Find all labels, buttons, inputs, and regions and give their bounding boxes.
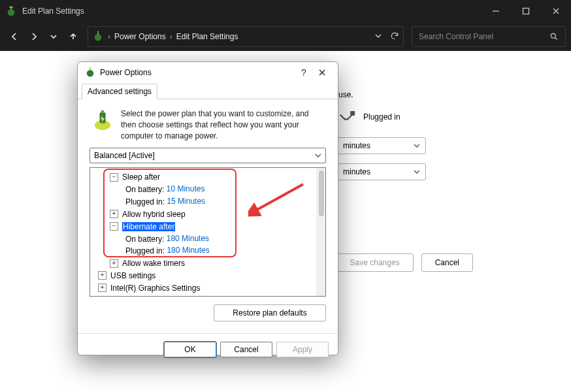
display-off-plugged-select[interactable]: minutes <box>337 137 426 154</box>
tree-node-usb-settings[interactable]: +USB settings <box>94 269 312 282</box>
expand-icon[interactable]: + <box>110 210 118 218</box>
svg-point-0 <box>8 9 15 16</box>
history-dropdown[interactable] <box>44 27 63 46</box>
power-plan-select[interactable]: Balanced [Active] <box>90 148 326 163</box>
tree-node-allow-wake-timers[interactable]: +Allow wake timers <box>94 257 312 269</box>
expand-icon[interactable]: + <box>110 259 118 268</box>
dialog-close-button[interactable] <box>313 63 331 82</box>
power-options-icon <box>5 5 17 17</box>
breadcrumb-leaf[interactable]: Edit Plan Settings <box>176 32 238 41</box>
search-placeholder: Search Control Panel <box>419 32 549 41</box>
refresh-button[interactable] <box>390 31 399 42</box>
dialog-tabs: Advanced settings <box>78 83 338 99</box>
titlebar: Edit Plan Settings <box>0 0 571 22</box>
help-button[interactable]: ? <box>295 63 313 82</box>
settings-tree: −Sleep after On battery: 10 Minutes Plug… <box>90 167 326 297</box>
up-button[interactable] <box>64 27 82 46</box>
svg-point-7 <box>87 70 94 77</box>
tree-node-graphics-settings[interactable]: +Intel(R) Graphics Settings <box>94 282 312 294</box>
svg-rect-8 <box>90 67 91 70</box>
expand-icon[interactable]: + <box>98 271 106 280</box>
expand-icon[interactable]: + <box>98 284 106 292</box>
minimize-button[interactable] <box>481 0 511 22</box>
plug-icon <box>338 110 357 123</box>
dialog-titlebar: Power Options ? <box>78 62 338 83</box>
restore-plan-defaults-button[interactable]: Restore plan defaults <box>214 304 326 321</box>
svg-rect-11 <box>101 110 105 114</box>
svg-rect-6 <box>350 111 355 116</box>
address-bar[interactable]: › Power Options › Edit Plan Settings <box>88 26 404 47</box>
cancel-button[interactable]: Cancel <box>421 253 473 272</box>
chevron-right-icon: › <box>108 32 110 41</box>
search-input[interactable]: Search Control Panel <box>412 26 566 47</box>
power-options-icon <box>84 66 96 80</box>
svg-point-3 <box>95 34 102 41</box>
tree-node-sleep-after[interactable]: −Sleep after <box>94 171 312 183</box>
tree-node-allow-hybrid-sleep[interactable]: +Allow hybrid sleep <box>94 208 312 220</box>
hint-tail: use. <box>338 90 353 99</box>
hibernate-after-label: Hibernate after <box>122 222 175 231</box>
combo-text: minutes <box>343 167 370 176</box>
expand-icon[interactable]: + <box>98 296 106 297</box>
close-button[interactable] <box>541 0 571 22</box>
maximize-button[interactable] <box>511 0 541 22</box>
tab-advanced-settings[interactable]: Advanced settings <box>82 84 157 99</box>
svg-rect-2 <box>523 8 529 14</box>
back-button[interactable] <box>5 27 24 46</box>
svg-rect-4 <box>97 31 99 34</box>
collapse-icon[interactable]: − <box>110 173 118 182</box>
scroll-thumb[interactable] <box>319 171 324 216</box>
forward-button[interactable] <box>25 27 43 46</box>
power-options-dialog: Power Options ? Advanced settings Select… <box>77 61 338 355</box>
svg-point-5 <box>551 33 555 38</box>
search-icon <box>549 32 559 41</box>
chevron-down-icon[interactable] <box>374 32 382 42</box>
sleep-on-battery-value[interactable]: 10 Minutes <box>167 184 205 193</box>
sleep-plugged-select[interactable]: minutes <box>337 163 426 180</box>
plugged-in-header: Plugged in <box>363 112 400 122</box>
dialog-title: Power Options <box>100 68 152 77</box>
combo-text: minutes <box>343 141 370 150</box>
dialog-apply-button[interactable]: Apply <box>276 342 329 357</box>
tree-leaf-hibernate-on-battery[interactable]: On battery: 180 Minutes <box>94 233 312 245</box>
tree-node-hibernate-after[interactable]: −Hibernate after <box>94 220 312 233</box>
battery-icon <box>91 108 114 141</box>
dialog-cancel-button[interactable]: Cancel <box>220 342 272 357</box>
app-window: Edit Plan Settings › Power Options › Edi… <box>0 0 571 392</box>
sleep-plugged-value[interactable]: 15 Minutes <box>167 197 205 206</box>
save-changes-button[interactable]: Save changes <box>336 253 414 272</box>
tree-leaf-sleep-on-battery[interactable]: On battery: 10 Minutes <box>94 183 312 195</box>
power-options-icon <box>92 30 104 44</box>
breadcrumb-root[interactable]: Power Options <box>114 32 166 41</box>
tree-leaf-sleep-plugged[interactable]: Plugged in: 15 Minutes <box>94 195 312 208</box>
navbar: › Power Options › Edit Plan Settings Sea… <box>0 22 571 51</box>
window-title: Edit Plan Settings <box>22 7 84 16</box>
tree-scrollbar[interactable] <box>316 168 325 296</box>
power-plan-value: Balanced [Active] <box>94 151 155 160</box>
chevron-right-icon: › <box>170 32 172 41</box>
hibernate-plugged-value[interactable]: 180 Minutes <box>167 246 209 255</box>
hibernate-on-battery-value[interactable]: 180 Minutes <box>167 234 209 243</box>
dialog-intro-text: Select the power plan that you want to c… <box>121 108 325 141</box>
dialog-ok-button[interactable]: OK <box>164 342 216 357</box>
tree-node-pci-express[interactable]: +PCI Express <box>94 294 312 297</box>
tree-leaf-hibernate-plugged[interactable]: Plugged in: 180 Minutes <box>94 244 312 257</box>
collapse-icon[interactable]: − <box>110 222 118 231</box>
